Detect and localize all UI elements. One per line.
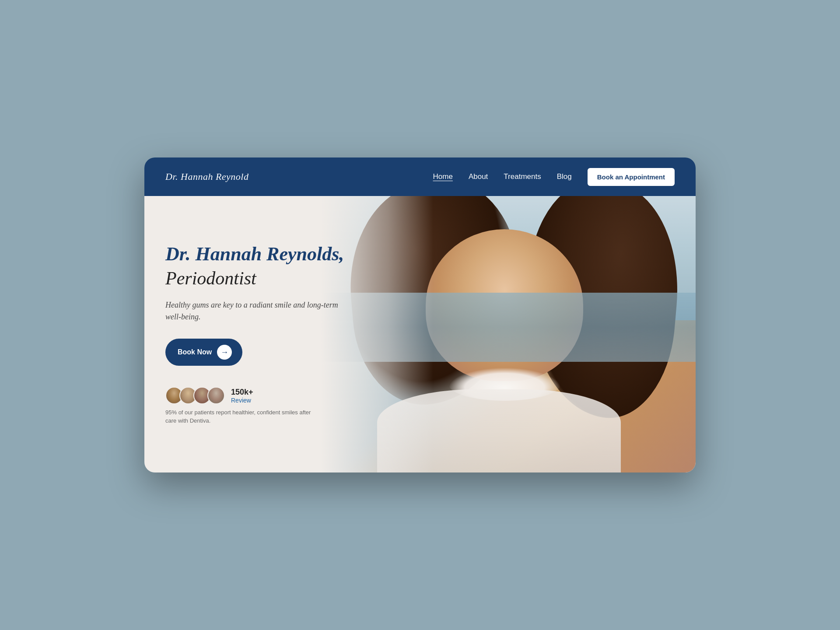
social-proof: 150k+ Review 95% of our patients report … bbox=[165, 387, 410, 425]
avatars-row: 150k+ Review bbox=[165, 387, 410, 404]
avatar-group bbox=[165, 387, 225, 404]
nav-book-button[interactable]: Book an Appointment bbox=[588, 168, 675, 186]
count-label: Review bbox=[231, 397, 253, 404]
hero-role: Periodontist bbox=[165, 268, 410, 289]
social-text: 95% of our patients report healthier, co… bbox=[165, 409, 323, 425]
hero-section: Dr. Hannah Reynolds, Periodontist Health… bbox=[144, 196, 696, 472]
hero-content: Dr. Hannah Reynolds, Periodontist Health… bbox=[144, 196, 431, 472]
nav-link-about[interactable]: About bbox=[469, 172, 488, 181]
nav-link-treatments[interactable]: Treatments bbox=[504, 172, 541, 181]
navbar: Dr. Hannah Reynold Home About Treatments… bbox=[144, 158, 696, 196]
page-wrapper: Dr. Hannah Reynold Home About Treatments… bbox=[144, 158, 696, 472]
hero-book-button[interactable]: Book Now → bbox=[165, 339, 242, 366]
hero-title: Dr. Hannah Reynolds, bbox=[165, 243, 410, 266]
arrow-icon: → bbox=[217, 345, 232, 360]
hero-name: Dr. Hannah Reynolds, bbox=[165, 243, 344, 265]
nav-link-blog[interactable]: Blog bbox=[557, 172, 572, 181]
avatar bbox=[207, 387, 225, 404]
review-count: 150k+ Review bbox=[231, 388, 253, 404]
nav-link-home[interactable]: Home bbox=[433, 172, 453, 181]
book-now-label: Book Now bbox=[178, 348, 212, 356]
nav-links: Home About Treatments Blog Book an Appoi… bbox=[433, 168, 675, 186]
face-decoration bbox=[426, 229, 583, 382]
count-number: 150k+ bbox=[231, 388, 253, 397]
nav-logo: Dr. Hannah Reynold bbox=[165, 171, 248, 182]
hero-description: Healthy gums are key to a radiant smile … bbox=[165, 299, 349, 323]
